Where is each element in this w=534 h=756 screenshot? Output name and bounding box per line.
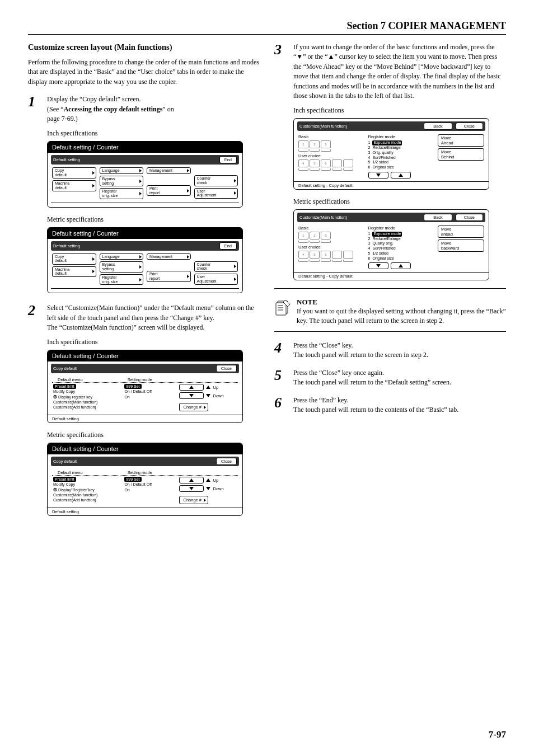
change-button[interactable]: Change # xyxy=(179,496,208,504)
panel-footer: Default setting - Copy default xyxy=(294,272,489,280)
register-button[interactable]: Register orig. size xyxy=(100,188,144,199)
bypass-button[interactable]: Bypass setting xyxy=(100,176,144,186)
back-button[interactable]: Back xyxy=(424,123,452,130)
list-item[interactable]: Customize(Add function) xyxy=(52,497,122,503)
print-report-button[interactable]: Print report xyxy=(147,271,191,281)
list-item[interactable]: Modify Copy xyxy=(52,482,122,487)
up-arrow-button[interactable] xyxy=(179,384,204,391)
col-setting-mode: Setting mode xyxy=(128,377,180,382)
svg-rect-1 xyxy=(276,303,286,315)
panel-title: Default setting / Counter xyxy=(48,443,242,454)
inch-spec-label-3: Inch specifications xyxy=(293,106,506,115)
move-behind-button[interactable]: Move Behind xyxy=(438,148,484,161)
col-default-menu: Default menu xyxy=(52,377,128,382)
list-item[interactable]: Customize(Add function) xyxy=(52,405,122,410)
bypass-button[interactable]: Bypass setting xyxy=(100,261,144,272)
down-arrow-button[interactable] xyxy=(179,392,204,399)
down-arrow-button[interactable] xyxy=(368,262,388,269)
step-1-line3: page 7-69.) xyxy=(47,114,260,124)
menu-list[interactable]: Preset limit Modify Copy ⦿ Display"Regis… xyxy=(52,477,122,504)
panel-title: Default setting / Counter xyxy=(48,350,242,361)
copy-default-button[interactable]: Copy default xyxy=(52,253,96,265)
section-header: Section 7 COPIER MANAGEMENT xyxy=(28,20,506,32)
panel-bar-label: Customize(Main function) xyxy=(299,124,347,129)
step-6-l1: Press the “End” key. xyxy=(293,396,506,405)
metric-spec-label-2: Metric specifications xyxy=(47,431,260,439)
user-adjustment-button[interactable]: User Adjustment xyxy=(194,274,238,284)
management-button[interactable]: Management xyxy=(147,167,191,174)
close-button[interactable]: Close xyxy=(456,214,483,221)
list-item[interactable]: Customize(Main function) xyxy=(52,400,122,405)
left-column: Customize screen layout (Main functions)… xyxy=(28,43,260,524)
close-button[interactable]: Close xyxy=(456,123,483,130)
step1-strong: Accessing the copy default settings xyxy=(64,105,163,113)
list-item[interactable]: Preset limit xyxy=(53,384,76,389)
step-2-text: Select “Customize(Main function)” under … xyxy=(47,303,260,332)
note-text: If you want to quit the displayed settin… xyxy=(297,307,506,326)
copy-default-button[interactable]: Copy default xyxy=(52,167,96,179)
value-list: 999 Set On / Default Off On xyxy=(124,477,177,504)
metric-spec-label-1: Metric specifications xyxy=(47,215,260,224)
move-ahead-button[interactable]: Move ahead xyxy=(438,226,484,238)
note-box: NOTE If you want to quit the displayed s… xyxy=(274,298,506,326)
move-backward-button[interactable]: Move backward xyxy=(438,240,484,252)
print-report-button[interactable]: Print report xyxy=(147,185,191,196)
list-item[interactable]: ⦿ Display register key xyxy=(52,395,122,400)
step-5: 5 Press the “Close” key once again. The … xyxy=(274,368,506,388)
menu-list[interactable]: Preset limit Modify Copy ⦿ Display regis… xyxy=(52,384,122,411)
col-setting-mode: Setting mode xyxy=(128,470,180,475)
end-button[interactable]: End xyxy=(219,156,237,163)
step-4-num: 4 xyxy=(274,341,287,360)
step-1-line1: Display the “Copy default” screen. xyxy=(47,95,260,104)
counter-check-button[interactable]: Counter check xyxy=(194,261,238,272)
user-adjustment-button[interactable]: User Adjustment xyxy=(194,188,238,199)
register-list[interactable]: 1Exposure mode 2Reduce/Enlarge 3Quality … xyxy=(368,232,435,261)
panel-bar-label: Default setting xyxy=(53,243,80,248)
management-button[interactable]: Management xyxy=(147,253,191,260)
panel-bar-label: Copy default xyxy=(53,459,77,464)
register-button[interactable]: Register orig. size xyxy=(100,274,144,285)
down-arrow-button[interactable] xyxy=(179,485,204,492)
machine-default-button[interactable]: Machine default xyxy=(52,266,96,277)
list-item[interactable]: Customize(Main function) xyxy=(52,492,122,497)
list-item[interactable]: Modify Copy xyxy=(52,389,122,394)
language-button[interactable]: Language xyxy=(100,167,144,174)
panel-title: Default setting / Counter xyxy=(48,142,242,153)
move-ahead-button[interactable]: Move Ahead xyxy=(438,134,484,147)
note-title: NOTE xyxy=(297,298,506,307)
metric-spec-label-3: Metric specifications xyxy=(293,198,506,206)
list-item[interactable]: Preset limit xyxy=(53,477,76,482)
down-arrow-button[interactable] xyxy=(368,172,388,179)
up-arrow-button[interactable] xyxy=(179,477,204,483)
close-button[interactable]: Close xyxy=(216,365,237,372)
end-button[interactable]: End xyxy=(219,242,237,250)
value-list: 999 Set On / Default Off On xyxy=(124,384,177,411)
step-3-num: 3 xyxy=(274,43,287,101)
step-3-text: If you want to change the order of the b… xyxy=(293,43,506,101)
machine-default-button[interactable]: Machine default xyxy=(52,180,96,191)
step-6-l2: The touch panel will return to the conte… xyxy=(293,405,506,415)
page-number: 7-97 xyxy=(489,729,506,740)
step-6: 6 Press the “End” key. The touch panel w… xyxy=(274,396,506,415)
step-4: 4 Press the “Close” key. The touch panel… xyxy=(274,341,506,360)
back-button[interactable]: Back xyxy=(424,214,452,221)
register-mode-label: Register mode xyxy=(368,134,435,139)
change-button[interactable]: Change # xyxy=(179,403,208,411)
register-list[interactable]: 1Exposure mode 2Reduce/Enlarge 3Orig. qu… xyxy=(368,140,435,170)
panel-title: Default setting / Counter xyxy=(48,228,242,239)
down-label: Down xyxy=(213,486,223,491)
step-3: 3 If you want to change the order of the… xyxy=(274,43,506,101)
copy-default-panel-metric: Default setting / Counter Copy default C… xyxy=(47,443,243,516)
col-default-menu: Default menu xyxy=(52,470,128,475)
up-arrow-button[interactable] xyxy=(391,262,411,269)
panel-bar-label: Default setting xyxy=(53,157,80,162)
register-mode-label: Register mode xyxy=(368,226,435,231)
counter-check-button[interactable]: Counter check xyxy=(194,175,238,186)
language-button[interactable]: Language xyxy=(100,253,144,260)
close-button[interactable]: Close xyxy=(216,458,237,465)
up-arrow-button[interactable] xyxy=(391,172,411,179)
inch-spec-label-2: Inch specifications xyxy=(47,338,260,346)
list-item[interactable]: ⦿ Display"Register"key xyxy=(52,487,122,492)
step-5-l1: Press the “Close” key once again. xyxy=(293,368,506,378)
tabs-preview: Basic 123 User choice 456 xyxy=(298,134,365,179)
